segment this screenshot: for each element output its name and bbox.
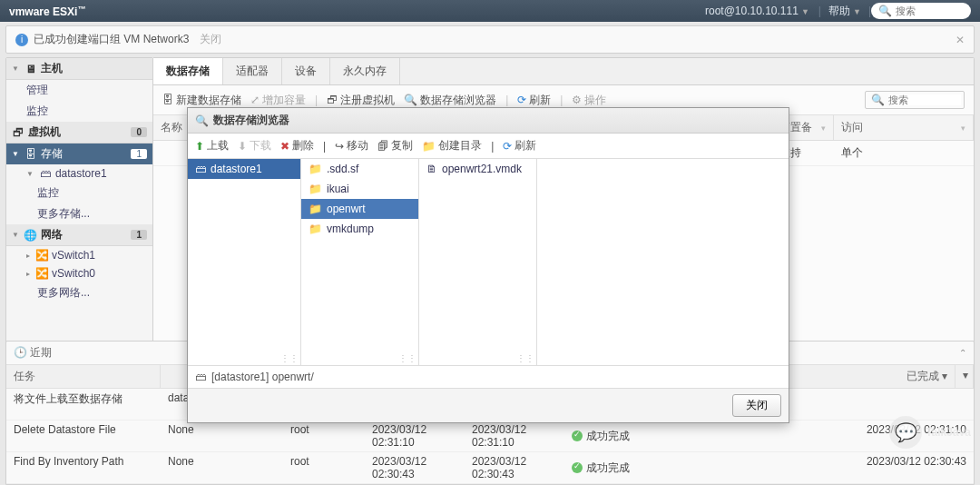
search-icon: 🔍 bbox=[878, 5, 892, 17]
sidebar-host[interactable]: ▼🖥主机 bbox=[6, 58, 152, 80]
dialog-footer: 关闭 bbox=[188, 388, 789, 422]
tasks-title: 🕒 近期 bbox=[14, 345, 52, 361]
breadcrumb-path: 🗃 [datastore1] openwrt/ bbox=[188, 365, 789, 388]
col-datastores: 🗃datastore1 ⋮⋮ bbox=[188, 159, 301, 365]
col-task[interactable]: 任务 bbox=[6, 365, 161, 388]
col-files: 🗎openwrt21.vmdk ⋮⋮ bbox=[419, 159, 537, 365]
help-menu[interactable]: 帮助▼ bbox=[821, 4, 868, 19]
register-vm-button[interactable]: 🗗注册虚拟机 bbox=[327, 93, 395, 108]
success-icon bbox=[572, 431, 583, 441]
info-icon: i bbox=[15, 34, 28, 46]
sidebar-host-monitor[interactable]: 监控 bbox=[6, 101, 152, 122]
sidebar-more-storage[interactable]: 更多存储... bbox=[6, 203, 152, 224]
tab-device[interactable]: 设备 bbox=[282, 58, 330, 84]
download-button: ⬇下载 bbox=[238, 138, 271, 153]
new-icon: 🗄 bbox=[162, 94, 173, 106]
folder-item[interactable]: 📁.sdd.sf bbox=[301, 159, 418, 179]
sidebar-more-network[interactable]: 更多网络... bbox=[6, 282, 152, 303]
network-icon: 🌐 bbox=[24, 229, 37, 242]
refresh-icon: ⟳ bbox=[503, 140, 512, 153]
banner-extra[interactable]: 关闭 bbox=[200, 32, 221, 47]
datastore-search-input[interactable] bbox=[888, 94, 961, 105]
dialog-title: 🔍 数据存储浏览器 bbox=[188, 108, 789, 134]
sidebar-vswitch0[interactable]: ▸🔀vSwitch0 bbox=[6, 264, 152, 282]
tab-pmem[interactable]: 永久内存 bbox=[330, 58, 400, 84]
sidebar-vm[interactable]: 🗗虚拟机0 bbox=[6, 122, 152, 144]
folder-icon: 📁 bbox=[309, 183, 322, 195]
folder-icon: 📁 bbox=[309, 223, 322, 235]
browser-icon: 🔍 bbox=[404, 94, 417, 106]
datastore-browser-button[interactable]: 🔍数据存储浏览器 bbox=[404, 93, 496, 108]
resize-grip-icon[interactable]: ⋮⋮ bbox=[398, 353, 416, 363]
vm-icon: 🗗 bbox=[12, 126, 24, 139]
product-logo: vmware ESXi™ bbox=[9, 5, 85, 18]
gear-icon: ⚙ bbox=[572, 94, 582, 106]
move-icon: ↪ bbox=[335, 140, 344, 153]
sidebar-datastore1[interactable]: ▼🗃datastore1 bbox=[6, 164, 152, 183]
vmdk-icon: 🗎 bbox=[426, 163, 437, 175]
sidebar-vswitch1[interactable]: ▸🔀vSwitch1 bbox=[6, 246, 152, 264]
extend-capacity-button: ⤢增加容量 bbox=[250, 93, 306, 108]
datastore-icon: 🗃 bbox=[195, 371, 206, 383]
refresh-icon: ⟳ bbox=[517, 94, 526, 106]
sidebar-host-manage[interactable]: 管理 bbox=[6, 80, 152, 101]
storage-icon: 🗄 bbox=[24, 148, 37, 161]
global-search[interactable]: 🔍 bbox=[871, 3, 971, 19]
dialog-toolbar: ⬆上载 ⬇下载 ✖删除 | ↪移动 🗐复制 📁创建目录 | ⟳刷新 bbox=[188, 134, 789, 159]
close-button[interactable]: 关闭 bbox=[732, 394, 781, 417]
browser-columns: 🗃datastore1 ⋮⋮ 📁.sdd.sf 📁ikuai 📁openwrt … bbox=[188, 159, 789, 365]
folder-icon: 📁 bbox=[309, 203, 322, 215]
new-datastore-button[interactable]: 🗄新建数据存储 bbox=[162, 93, 241, 108]
success-icon bbox=[572, 462, 583, 473]
modal-refresh-button[interactable]: ⟳刷新 bbox=[503, 138, 536, 153]
resize-grip-icon[interactable]: ⋮⋮ bbox=[516, 353, 534, 363]
resize-grip-icon[interactable]: ⋮⋮ bbox=[280, 353, 299, 363]
folder-icon: 📁 bbox=[309, 163, 322, 175]
file-item[interactable]: 🗎openwrt21.vmdk bbox=[419, 159, 536, 179]
copy-icon: 🗐 bbox=[377, 140, 388, 153]
sidebar-datastore-monitor[interactable]: 监控 bbox=[6, 183, 152, 203]
actions-button: ⚙操作 bbox=[572, 93, 606, 108]
datastore-search[interactable]: 🔍 bbox=[865, 91, 965, 109]
folder-item[interactable]: 📁vmkdump bbox=[301, 219, 418, 239]
download-icon: ⬇ bbox=[238, 140, 247, 153]
datastore-item[interactable]: 🗃datastore1 bbox=[188, 159, 300, 179]
search-icon: 🔍 bbox=[871, 94, 885, 106]
refresh-button[interactable]: ⟳刷新 bbox=[517, 93, 551, 108]
datastore-icon: 🗃 bbox=[39, 167, 52, 180]
move-button[interactable]: ↪移动 bbox=[335, 138, 368, 153]
host-icon: 🖥 bbox=[24, 63, 37, 75]
datastore-icon: 🗃 bbox=[195, 163, 206, 175]
folder-item[interactable]: 📁ikuai bbox=[301, 179, 418, 199]
switch-icon: 🔀 bbox=[35, 249, 48, 262]
upload-button[interactable]: ⬆上载 bbox=[195, 138, 229, 153]
user-menu[interactable]: root@10.10.10.111▼ bbox=[696, 5, 818, 17]
browser-icon: 🔍 bbox=[195, 114, 209, 127]
col-preview bbox=[537, 159, 789, 365]
extend-icon: ⤢ bbox=[250, 94, 260, 106]
delete-button[interactable]: ✖删除 bbox=[280, 138, 314, 153]
folder-item-selected[interactable]: 📁openwrt bbox=[301, 199, 418, 219]
storage-tabs: 数据存储 适配器 设备 永久内存 bbox=[153, 58, 974, 85]
tasks-expand-icon[interactable]: ⌃ bbox=[959, 348, 966, 358]
datastore-browser-dialog: 🔍 数据存储浏览器 ⬆上载 ⬇下载 ✖删除 | ↪移动 🗐复制 📁创建目录 | … bbox=[187, 107, 789, 423]
register-icon: 🗗 bbox=[327, 94, 338, 106]
upload-icon: ⬆ bbox=[195, 140, 204, 153]
topbar: vmware ESXi™ root@10.10.10.111▼ | 帮助▼ | … bbox=[0, 0, 980, 22]
tab-datastore[interactable]: 数据存储 bbox=[153, 58, 223, 84]
global-search-input[interactable] bbox=[896, 5, 968, 16]
task-row[interactable]: Delete Datastore File None root 2023/03/… bbox=[6, 421, 974, 452]
mkdir-button[interactable]: 📁创建目录 bbox=[422, 138, 482, 153]
tab-adapter[interactable]: 适配器 bbox=[223, 58, 282, 84]
sidebar-network[interactable]: ▼🌐网络1 bbox=[6, 224, 152, 246]
folder-icon: 📁 bbox=[422, 140, 436, 153]
copy-button[interactable]: 🗐复制 bbox=[377, 138, 413, 153]
sidebar-storage[interactable]: ▼🗄存储1 bbox=[6, 144, 152, 164]
task-row[interactable]: Find By Inventory Path None root 2023/03… bbox=[6, 452, 974, 484]
banner-text: 已成功创建端口组 VM Network3 bbox=[34, 32, 189, 47]
close-icon[interactable]: ✕ bbox=[956, 34, 965, 46]
col-access[interactable]: 访问▾ bbox=[834, 115, 974, 140]
delete-icon: ✖ bbox=[280, 140, 289, 153]
switch-icon: 🔀 bbox=[35, 267, 48, 280]
col-folders: 📁.sdd.sf 📁ikuai 📁openwrt 📁vmkdump ⋮⋮ bbox=[301, 159, 419, 365]
